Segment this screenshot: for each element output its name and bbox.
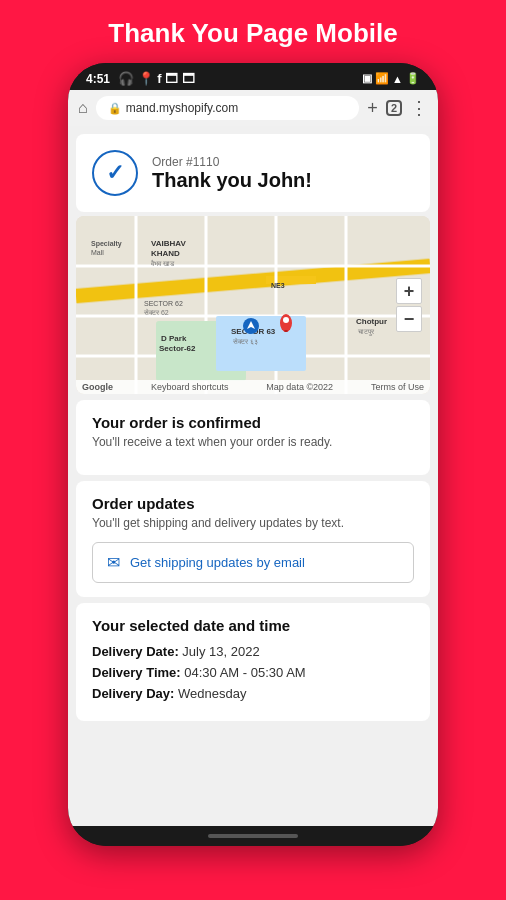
svg-point-26 [283,317,289,323]
delivery-day-value: Wednesday [178,686,246,701]
delivery-day-label: Delivery Day: [92,686,174,701]
svg-text:Mall: Mall [91,249,104,256]
browser-actions: + 2 ⋮ [367,97,428,119]
new-tab-icon[interactable]: + [367,98,378,119]
phone-content: ✓ Order #1110 Thank you John! [68,126,438,826]
datetime-title: Your selected date and time [92,617,414,634]
order-confirmed-card: Your order is confirmed You'll receive a… [76,400,430,475]
order-header-card: ✓ Order #1110 Thank you John! [76,134,430,212]
svg-point-27 [284,330,288,332]
delivery-date-value: July 13, 2022 [182,644,259,659]
status-time: 4:51 🎧 📍 f 🗔 🗔 [86,71,195,86]
home-indicator[interactable] [208,834,298,838]
svg-text:NE3: NE3 [271,282,285,289]
status-bar: 4:51 🎧 📍 f 🗔 🗔 ▣ 📶 ▲ 🔋 [68,63,438,90]
wifi-icon: ▲ [392,73,403,85]
order-updates-card: Order updates You'll get shipping and de… [76,481,430,597]
status-right-icons: ▣ 📶 ▲ 🔋 [362,72,420,85]
map-data-attribution: Map data ©2022 [266,382,333,392]
delivery-time-row: Delivery Time: 04:30 AM - 05:30 AM [92,665,414,680]
map-container[interactable]: Specialty Mall VAIBHAV KHAND वैभव खाड NE… [76,216,430,394]
check-circle: ✓ [92,150,138,196]
url-text: mand.myshopify.com [126,101,238,115]
order-updates-title: Order updates [92,495,414,512]
status-icons: 🎧 📍 f 🗔 🗔 [118,71,195,86]
svg-rect-10 [216,316,306,371]
svg-text:KHAND: KHAND [151,249,180,258]
svg-text:Sector-62: Sector-62 [159,344,196,353]
delivery-info: Delivery Date: July 13, 2022 Delivery Ti… [92,644,414,701]
battery-icon: 🔋 [406,72,420,85]
phone-bottom-bar [68,826,438,846]
delivery-time-label: Delivery Time: [92,665,181,680]
order-header-text: Order #1110 Thank you John! [152,155,312,192]
email-icon: ✉ [107,553,120,572]
email-button-label: Get shipping updates by email [130,555,305,570]
delivery-day-row: Delivery Day: Wednesday [92,686,414,701]
checkmark-icon: ✓ [106,160,124,186]
map-keyboard-shortcuts: Keyboard shortcuts [151,382,229,392]
order-confirmed-subtitle: You'll receive a text when your order is… [92,435,414,449]
svg-text:SECTOR 62: SECTOR 62 [144,300,183,307]
map-footer: Google Keyboard shortcuts Map data ©2022… [76,380,430,394]
svg-text:सेक्टर 62: सेक्टर 62 [143,308,169,316]
svg-text:सेक्टर ६३: सेक्टर ६३ [232,337,258,345]
phone-frame: 4:51 🎧 📍 f 🗔 🗔 ▣ 📶 ▲ 🔋 ⌂ 🔒 mand.myshopif… [68,63,438,846]
svg-text:Specialty: Specialty [91,240,122,248]
home-icon[interactable]: ⌂ [78,99,88,117]
lock-icon: 🔒 [108,102,122,115]
datetime-card: Your selected date and time Delivery Dat… [76,603,430,721]
thank-you-message: Thank you John! [152,169,312,192]
tab-count[interactable]: 2 [386,100,402,116]
order-updates-subtitle: You'll get shipping and delivery updates… [92,516,414,530]
map-zoom-out[interactable]: − [396,306,422,332]
svg-text:VAIBHAV: VAIBHAV [151,239,186,248]
order-confirmed-title: Your order is confirmed [92,414,414,431]
delivery-date-label: Delivery Date: [92,644,179,659]
page-title: Thank You Page Mobile [0,0,506,63]
svg-text:D Park: D Park [161,334,187,343]
address-bar[interactable]: 🔒 mand.myshopify.com [96,96,360,120]
google-logo: Google [82,382,113,392]
menu-icon[interactable]: ⋮ [410,97,428,119]
order-number: Order #1110 [152,155,312,169]
map-terms: Terms of Use [371,382,424,392]
svg-text:Chotpur: Chotpur [356,317,387,326]
svg-text:चाटपुर: चाटपुर [357,328,375,336]
map-controls: + − [396,278,422,332]
email-updates-button[interactable]: ✉ Get shipping updates by email [92,542,414,583]
map-zoom-in[interactable]: + [396,278,422,304]
browser-bar: ⌂ 🔒 mand.myshopify.com + 2 ⋮ [68,90,438,126]
svg-text:वैभव खाड: वैभव खाड [150,259,175,267]
delivery-time-value: 04:30 AM - 05:30 AM [184,665,305,680]
delivery-date-row: Delivery Date: July 13, 2022 [92,644,414,659]
signal-icon: 📶 [375,72,389,85]
sim-icon: ▣ [362,72,372,85]
